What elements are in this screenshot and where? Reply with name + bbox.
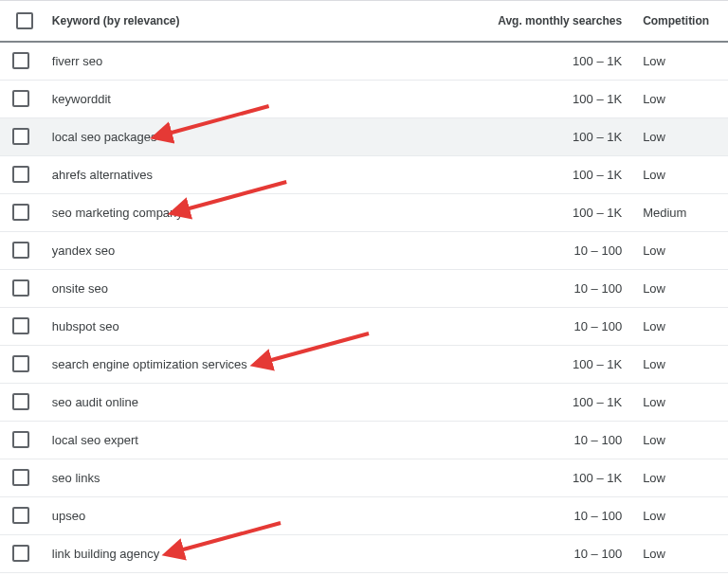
searches-text: 100 – 1K [573, 54, 622, 68]
keyword-text: link building agency [52, 547, 159, 561]
header-competition[interactable]: Competition [631, 1, 728, 43]
header-searches[interactable]: Avg. monthly searches [332, 1, 631, 43]
searches-cell: 10 – 100 [332, 231, 631, 269]
row-checkbox[interactable] [12, 545, 29, 562]
competition-text: Low [643, 130, 665, 144]
keyword-text: fiverr seo [52, 54, 102, 68]
keyword-cell[interactable]: local seo expert [43, 421, 333, 459]
keyword-cell[interactable]: ahrefs alternatives [43, 155, 333, 193]
searches-text: 100 – 1K [573, 206, 622, 220]
keyword-text: ahrefs alternatives [52, 168, 153, 182]
searches-text: 10 – 100 [574, 509, 623, 523]
table-row: link building agency10 – 100Low [0, 534, 728, 572]
row-checkbox-cell [0, 534, 43, 572]
header-row: Keyword (by relevance) Avg. monthly sear… [0, 1, 728, 43]
keyword-cell[interactable]: onsite seo [43, 269, 333, 307]
select-all-checkbox[interactable] [16, 12, 33, 29]
keyword-cell[interactable]: upseo [43, 496, 333, 534]
row-checkbox-cell [0, 345, 43, 383]
row-checkbox[interactable] [12, 128, 29, 145]
competition-cell: Low [631, 421, 728, 459]
competition-text: Low [643, 168, 665, 182]
searches-text: 100 – 1K [573, 130, 622, 144]
table-row: hubspot seo10 – 100Low [0, 307, 728, 345]
table-row: seo audit online100 – 1KLow [0, 383, 728, 421]
competition-text: Low [643, 92, 665, 106]
keyword-text: onsite seo [52, 281, 108, 296]
keyword-cell[interactable]: keyworddit [43, 80, 333, 117]
competition-text: Low [643, 471, 665, 485]
row-checkbox[interactable] [12, 507, 29, 524]
competition-text: Low [643, 54, 665, 68]
searches-cell: 100 – 1K [332, 80, 631, 117]
keyword-text: upseo [52, 509, 85, 523]
searches-cell: 10 – 100 [332, 269, 631, 307]
keyword-cell[interactable]: yandex seo [43, 231, 333, 269]
searches-text: 100 – 1K [573, 168, 622, 182]
keyword-cell[interactable]: search engine optimization services [43, 345, 333, 383]
keyword-text: seo marketing company [52, 206, 183, 220]
competition-cell: Low [631, 534, 728, 572]
table-row: yandex seo10 – 100Low [0, 231, 728, 269]
table-row: fiverr seo100 – 1KLow [0, 42, 728, 80]
row-checkbox-cell [0, 459, 43, 496]
competition-cell: Low [631, 155, 728, 193]
searches-text: 100 – 1K [573, 471, 622, 485]
row-checkbox-cell [0, 231, 43, 269]
keyword-cell[interactable]: local seo packages [43, 117, 333, 155]
keyword-cell[interactable]: fiverr seo [43, 42, 333, 80]
competition-text: Low [643, 509, 665, 523]
keyword-cell[interactable]: seo marketing company [43, 193, 333, 231]
searches-text: 10 – 100 [574, 281, 623, 296]
searches-text: 10 – 100 [574, 433, 623, 447]
table-row: local seo packages100 – 1KLow [0, 117, 728, 155]
competition-cell: Low [631, 42, 728, 80]
searches-text: 100 – 1K [573, 92, 622, 106]
row-checkbox[interactable] [12, 242, 29, 259]
row-checkbox[interactable] [12, 355, 29, 372]
row-checkbox[interactable] [12, 393, 29, 410]
row-checkbox-cell [0, 496, 43, 534]
keyword-text: keyworddit [52, 92, 111, 106]
keyword-cell[interactable]: seo links [43, 459, 333, 496]
keyword-cell[interactable]: seo audit online [43, 383, 333, 421]
row-checkbox[interactable] [12, 279, 29, 297]
row-checkbox[interactable] [12, 431, 29, 448]
searches-cell: 10 – 100 [332, 421, 631, 459]
header-checkbox-cell [0, 1, 43, 43]
row-checkbox[interactable] [12, 166, 29, 183]
keyword-text: seo links [52, 471, 100, 485]
searches-text: 100 – 1K [573, 395, 622, 409]
competition-cell: Low [631, 345, 728, 383]
table-row: keyworddit100 – 1KLow [0, 80, 728, 117]
row-checkbox[interactable] [12, 469, 29, 486]
competition-cell: Low [631, 269, 728, 307]
competition-cell: Low [631, 231, 728, 269]
table-row: ahrefs alternatives100 – 1KLow [0, 155, 728, 193]
searches-cell: 100 – 1K [332, 155, 631, 193]
searches-cell: 100 – 1K [332, 383, 631, 421]
header-keyword[interactable]: Keyword (by relevance) [43, 1, 333, 43]
table-row: onsite seo10 – 100Low [0, 269, 728, 307]
row-checkbox[interactable] [12, 90, 29, 107]
competition-cell: Low [631, 496, 728, 534]
competition-cell: Low [631, 459, 728, 496]
keyword-text: yandex seo [52, 243, 116, 258]
searches-cell: 100 – 1K [332, 345, 631, 383]
competition-text: Low [643, 395, 665, 409]
row-checkbox-cell [0, 193, 43, 231]
searches-text: 100 – 1K [573, 357, 622, 371]
competition-cell: Low [631, 307, 728, 345]
competition-cell: Low [631, 80, 728, 117]
keyword-cell[interactable]: hubspot seo [43, 307, 333, 345]
competition-cell: Low [631, 117, 728, 155]
keyword-table: Keyword (by relevance) Avg. monthly sear… [0, 0, 728, 573]
row-checkbox-cell [0, 80, 43, 117]
row-checkbox[interactable] [12, 204, 29, 221]
row-checkbox-cell [0, 42, 43, 80]
searches-cell: 100 – 1K [332, 117, 631, 155]
row-checkbox[interactable] [12, 52, 29, 69]
row-checkbox[interactable] [12, 317, 29, 334]
keyword-cell[interactable]: link building agency [43, 534, 333, 572]
row-checkbox-cell [0, 155, 43, 193]
